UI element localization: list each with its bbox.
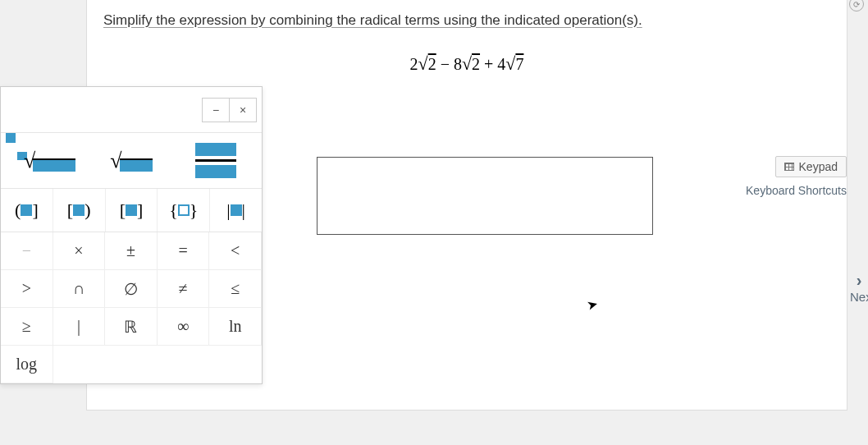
chevron-right-icon: › [850,271,868,290]
keyboard-shortcuts-link[interactable]: Keyboard Shortcuts [746,184,847,197]
bracket-abs[interactable]: || [210,189,262,232]
sym-reals[interactable]: ℝ [105,308,158,346]
close-button[interactable]: × [229,98,257,122]
sym-emptyset[interactable]: ∅ [105,270,158,308]
next-label: Nex [850,290,868,304]
sym-times[interactable]: × [53,232,106,270]
math-keypad-popup: − × √ √ (] [) [] {} || − × ± = < > ∩ ∅ ≠… [0,86,263,384]
sym-equals[interactable]: = [158,232,210,270]
keypad-button[interactable]: Keypad [775,156,847,177]
sym-log[interactable]: log [1,346,53,383]
answer-input[interactable] [317,157,653,235]
sym-plusminus[interactable]: ± [105,232,158,270]
template-sqrt[interactable]: √ [89,138,173,183]
sym-intersect[interactable]: ∩ [53,270,106,308]
bracket-interval-open[interactable]: [) [53,189,106,232]
refresh-icon[interactable]: ⟳ [849,0,864,11]
template-nth-root[interactable]: √ [4,138,89,183]
sym-minus[interactable]: − [1,232,53,270]
sym-lt[interactable]: < [209,232,262,270]
question-prompt: Simplify the expression by combining the… [103,12,830,29]
template-fraction[interactable] [174,138,258,183]
sym-le[interactable]: ≤ [209,270,262,308]
keypad-label: Keypad [799,160,838,173]
next-button[interactable]: › Nex [850,271,868,304]
sym-ge[interactable]: ≥ [1,308,53,346]
bracket-square[interactable]: [] [106,189,158,232]
sym-ln[interactable]: ln [209,308,262,346]
bracket-paren[interactable]: (] [1,189,53,232]
keypad-icon [784,163,794,171]
sym-neq[interactable]: ≠ [158,270,210,308]
sym-pipe[interactable]: | [53,308,106,346]
sym-infinity[interactable]: ∞ [158,308,210,346]
bracket-curly[interactable]: {} [158,189,210,232]
math-expression: 2√2 − 8√2 + 4√7 [103,53,830,75]
sym-gt[interactable]: > [1,270,53,308]
minimize-button[interactable]: − [202,98,230,122]
